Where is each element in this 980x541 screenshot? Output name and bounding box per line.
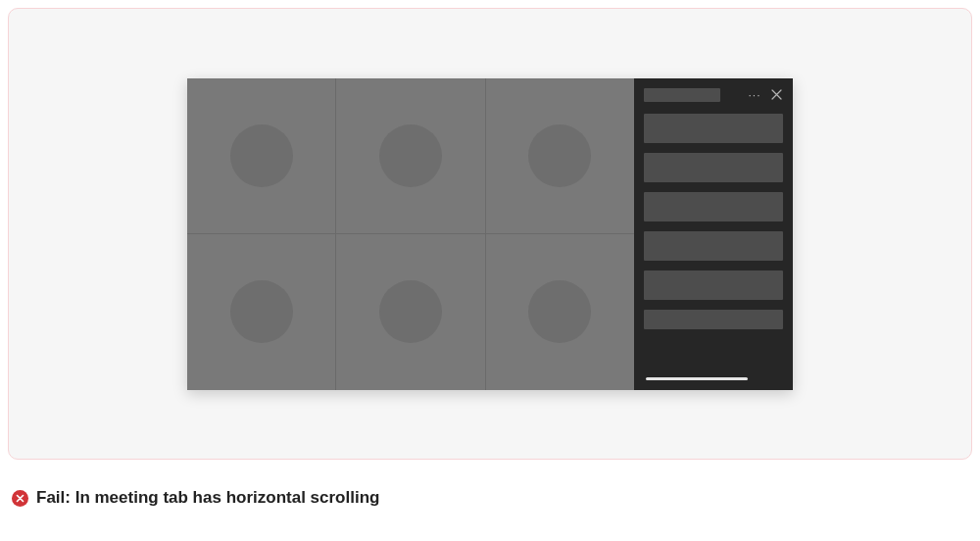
video-tile — [187, 78, 335, 234]
panel-title-placeholder — [644, 88, 720, 102]
video-tile — [336, 234, 484, 390]
video-tile — [486, 78, 634, 234]
panel-item[interactable] — [644, 231, 783, 261]
video-tile — [336, 78, 484, 234]
avatar-placeholder — [528, 280, 591, 343]
avatar-placeholder — [379, 124, 442, 187]
close-icon[interactable] — [769, 88, 783, 102]
example-card: ··· — [8, 8, 972, 460]
more-icon[interactable]: ··· — [748, 88, 761, 102]
panel-item[interactable] — [644, 153, 783, 182]
panel-header: ··· — [644, 86, 783, 104]
horizontal-scrollbar[interactable] — [646, 377, 748, 380]
video-tile — [486, 234, 634, 390]
fail-icon — [12, 490, 28, 507]
avatar-placeholder — [528, 124, 591, 187]
panel-item[interactable] — [644, 270, 783, 300]
meeting-side-panel: ··· — [634, 78, 793, 390]
status-text: Fail: In meeting tab has horizontal scro… — [36, 488, 379, 508]
video-grid — [187, 78, 634, 390]
status-row: Fail: In meeting tab has horizontal scro… — [12, 488, 379, 508]
meeting-window: ··· — [187, 78, 793, 390]
panel-item[interactable] — [644, 310, 783, 329]
avatar-placeholder — [230, 124, 293, 187]
avatar-placeholder — [379, 280, 442, 343]
video-tile — [187, 234, 335, 390]
avatar-placeholder — [230, 280, 293, 343]
panel-item[interactable] — [644, 114, 783, 143]
panel-item[interactable] — [644, 192, 783, 221]
panel-list — [644, 114, 783, 329]
